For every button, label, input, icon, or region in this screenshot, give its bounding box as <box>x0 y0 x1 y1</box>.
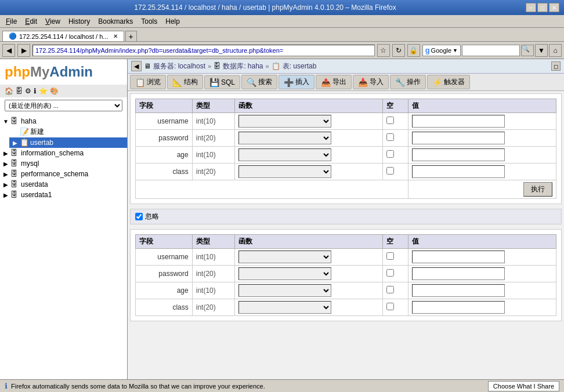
expander-mysql[interactable]: ▶ <box>2 161 9 167</box>
breadcrumb-table[interactable]: 表: usertab <box>283 61 317 71</box>
val-age-2-input[interactable] <box>412 284 505 297</box>
toolbar-structure[interactable]: 📐 结构 <box>167 75 203 89</box>
null-password-2-checkbox[interactable] <box>386 269 394 277</box>
ignore-label: 忽略 <box>145 212 159 222</box>
toolbar-search[interactable]: 🔍 搜索 <box>241 75 277 89</box>
search-input[interactable] <box>462 45 520 56</box>
val-password-1-input[interactable] <box>412 132 505 144</box>
refresh-button[interactable]: ↻ <box>392 44 405 57</box>
bookmark-star-icon[interactable]: ☆ <box>377 44 390 57</box>
search-submit-button[interactable]: 🔍 <box>521 45 534 56</box>
toolbar-triggers[interactable]: ⚡ 触发器 <box>427 75 470 89</box>
tree-item-userdata[interactable]: ▶ 🗄 userdata <box>0 179 127 190</box>
toolbar-insert[interactable]: ➕ 插入 <box>279 75 314 89</box>
tab-close-icon[interactable]: ✕ <box>113 33 118 39</box>
back-button[interactable]: ◀ <box>2 44 15 57</box>
browser-tab-active[interactable]: 🔵 172.25.254.114 / localhost / h... ✕ <box>2 31 124 41</box>
toolbar-export[interactable]: 📤 导出 <box>316 75 352 89</box>
func-age-2-select[interactable] <box>238 284 331 297</box>
table-row: username int(10) <box>136 249 556 266</box>
tree-item-userdata1[interactable]: ▶ 🗄 userdata1 <box>0 190 127 200</box>
tree-item-new[interactable]: 📝 新建 <box>9 126 127 137</box>
minimize-button[interactable]: ─ <box>526 3 536 12</box>
menu-bookmarks[interactable]: Bookmarks <box>95 16 136 27</box>
menu-history[interactable]: History <box>65 16 93 27</box>
expander-userdata[interactable]: ▶ <box>2 182 9 188</box>
menu-view[interactable]: View <box>42 16 64 27</box>
expander-perf-schema[interactable]: ▶ <box>2 171 9 177</box>
tree-item-performance-schema[interactable]: ▶ 🗄 performance_schema <box>0 169 127 179</box>
search-provider[interactable]: g Google ▼ <box>422 45 461 56</box>
tree-item-mysql[interactable]: ▶ 🗄 mysql <box>0 158 127 169</box>
home-button[interactable]: ⌂ <box>549 44 562 57</box>
new-tab-button[interactable]: + <box>125 31 137 41</box>
null-username-2-checkbox[interactable] <box>386 252 394 260</box>
null-class-2-checkbox[interactable] <box>386 303 394 310</box>
table-row: class int(20) <box>136 299 556 316</box>
info-icon[interactable]: ℹ <box>34 87 37 95</box>
func-class-1-select[interactable] <box>238 165 331 178</box>
menu-edit[interactable]: Edit <box>21 16 41 27</box>
operation-icon: 🔧 <box>395 78 405 87</box>
execute-button-1[interactable]: 执行 <box>523 182 552 197</box>
func-username-1-cell <box>235 113 383 130</box>
insert-section-2: 字段 类型 函数 空 值 username int(10) <box>130 229 562 321</box>
theme-icon[interactable]: 🎨 <box>50 87 59 95</box>
table-row: class int(20) <box>136 164 556 180</box>
ignore-checkbox[interactable] <box>135 213 143 220</box>
breadcrumb-database[interactable]: 数据库: haha <box>223 61 263 71</box>
null-username-1-checkbox[interactable] <box>386 117 394 124</box>
val-class-2-input[interactable] <box>412 301 505 314</box>
home-icon[interactable]: 🏠 <box>5 87 13 95</box>
expander-haha[interactable]: ▼ <box>2 118 9 125</box>
null-age-2-checkbox[interactable] <box>386 286 394 293</box>
recent-tables-select[interactable]: (最近使用的表) ... <box>5 100 122 111</box>
tree-label-usertab: usertab <box>30 139 53 147</box>
bookmark-icon[interactable]: ⭐ <box>39 87 48 95</box>
toolbar-sql[interactable]: 💾 SQL <box>204 75 240 89</box>
expander-info-schema[interactable]: ▶ <box>2 150 9 157</box>
val-age-1-input[interactable] <box>412 148 505 161</box>
status-bar: ℹ Firefox automatically sends some data … <box>0 379 564 380</box>
tree-item-information-schema[interactable]: ▶ 🗄 information_schema <box>0 148 127 158</box>
insert-icon: ➕ <box>284 78 294 87</box>
toolbar-import[interactable]: 📥 导入 <box>353 75 389 89</box>
menu-help[interactable]: Help <box>162 16 183 27</box>
menu-tools[interactable]: Tools <box>138 16 161 27</box>
sql-icon: 💾 <box>209 78 219 87</box>
title-bar: 172.25.254.114 / localhost / haha / user… <box>0 0 564 15</box>
toolbar-browse[interactable]: 📋 浏览 <box>130 75 166 89</box>
null-class-1-checkbox[interactable] <box>386 167 394 175</box>
func-password-1-select[interactable] <box>238 132 331 144</box>
val-password-2-input[interactable] <box>412 267 505 280</box>
expander-userdata1[interactable]: ▶ <box>2 192 9 198</box>
url-input[interactable] <box>32 45 375 56</box>
val-username-1-input[interactable] <box>412 115 505 128</box>
structure-label: 结构 <box>184 77 198 87</box>
download-button[interactable]: ▼ <box>535 44 548 57</box>
menu-file[interactable]: File <box>2 16 20 27</box>
null-password-1-checkbox[interactable] <box>386 133 394 141</box>
breadcrumb-back-button[interactable]: ◀ <box>131 61 142 71</box>
settings-icon[interactable]: ⚙ <box>25 87 31 95</box>
tree-item-haha[interactable]: ▼ 🗄 haha <box>0 116 127 126</box>
maximize-icon[interactable]: ◻ <box>551 61 561 71</box>
tree-item-usertab[interactable]: ▶ 📋 usertab <box>9 137 127 148</box>
db-haha-icon: 🗄 <box>10 117 20 126</box>
val-username-2-input[interactable] <box>412 251 505 263</box>
maximize-button[interactable]: □ <box>537 3 548 12</box>
db-icon[interactable]: 🗄 <box>16 87 23 95</box>
func-username-2-select[interactable] <box>238 251 331 263</box>
breadcrumb-server[interactable]: 服务器: localhost <box>153 61 205 71</box>
toolbar-operation[interactable]: 🔧 操作 <box>390 75 426 89</box>
close-button[interactable]: ✕ <box>549 3 559 12</box>
func-username-1-select[interactable] <box>238 115 331 128</box>
func-age-1-select[interactable] <box>238 148 331 161</box>
forward-button[interactable]: ▶ <box>17 44 30 57</box>
func-class-2-select[interactable] <box>238 301 331 314</box>
null-age-1-checkbox[interactable] <box>386 150 394 158</box>
func-password-2-select[interactable] <box>238 267 331 280</box>
recent-tables-dropdown[interactable]: (最近使用的表) ... <box>0 97 127 114</box>
val-class-1-input[interactable] <box>412 165 505 178</box>
type-password-1: int(20) <box>192 130 235 147</box>
